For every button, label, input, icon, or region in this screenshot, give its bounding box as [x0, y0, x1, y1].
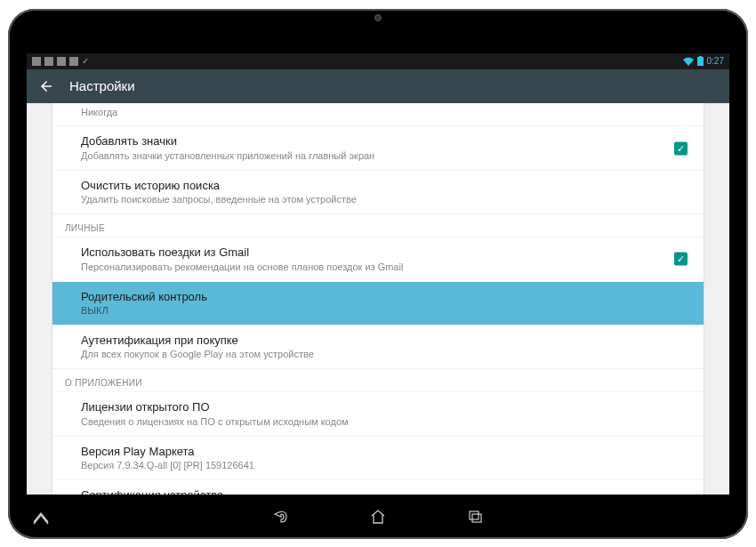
- nav-bar: [31, 505, 725, 528]
- settings-content: Автообновление приложений Никогда Добавл…: [27, 103, 729, 495]
- section-personal: ЛИЧНЫЕ: [52, 213, 704, 237]
- row-subtitle: Персонализировать рекомендации на основе…: [81, 261, 688, 274]
- checkbox-checked-icon[interactable]: ✓: [674, 141, 688, 155]
- screen: ✓ 0:27 Настройки Автообновление приложен…: [27, 53, 729, 495]
- row-add-icons[interactable]: Добавлять значки Добавлять значки устано…: [52, 125, 704, 169]
- nav-back-button[interactable]: [271, 508, 289, 526]
- svg-rect-2: [470, 511, 479, 519]
- check-icon: ✓: [82, 56, 89, 66]
- row-clear-history[interactable]: Очистить историю поиска Удалить поисковы…: [52, 170, 704, 213]
- status-icon: [69, 57, 78, 66]
- row-title: Лицензии открытого ПО: [81, 399, 688, 415]
- svg-rect-1: [699, 56, 702, 57]
- wifi-icon: [683, 57, 694, 66]
- row-auto-update[interactable]: Автообновление приложений Никогда: [52, 103, 704, 126]
- svg-rect-3: [472, 514, 481, 522]
- row-subtitle: ВЫКЛ: [81, 304, 688, 318]
- row-parental-control[interactable]: Родительский контроль ВЫКЛ: [52, 281, 704, 325]
- title-bar: Настройки: [27, 69, 729, 103]
- row-subtitle: Никогда: [81, 106, 688, 119]
- status-icon: [44, 57, 53, 66]
- row-gmail-trips[interactable]: Использовать поездки из Gmail Персонализ…: [52, 237, 704, 280]
- row-purchase-auth[interactable]: Аутентификация при покупке Для всех поку…: [52, 325, 704, 368]
- row-title: Очистить историю поиска: [81, 178, 688, 194]
- checkbox-checked-icon[interactable]: ✓: [674, 253, 688, 266]
- settings-panel: Автообновление приложений Никогда Добавл…: [52, 103, 704, 495]
- row-subtitle: Версия 7.9.34.Q-all [0] [PR] 159126641: [81, 459, 688, 472]
- arrow-back-icon: [38, 78, 54, 94]
- row-licenses[interactable]: Лицензии открытого ПО Сведения о лицензи…: [52, 391, 704, 435]
- row-title: Версия Play Маркета: [81, 444, 688, 460]
- status-right: 0:27: [683, 56, 724, 66]
- row-subtitle: Для всех покупок в Google Play на этом у…: [81, 348, 688, 361]
- row-title: Аутентификация при покупке: [81, 333, 688, 349]
- status-icon: [32, 57, 41, 66]
- row-title: Использовать поездки из Gmail: [81, 245, 688, 261]
- row-title: Добавлять значки: [81, 133, 688, 149]
- status-icon: [57, 57, 66, 66]
- row-title: Родительский контроль: [81, 289, 688, 305]
- status-time: 0:27: [707, 56, 724, 66]
- front-camera: [374, 14, 382, 21]
- status-bar: ✓ 0:27: [27, 53, 729, 69]
- row-subtitle: Сведения о лицензиях на ПО с открытым ис…: [81, 415, 688, 429]
- battery-icon: [697, 56, 704, 66]
- nav-home-button[interactable]: [369, 508, 387, 526]
- tablet-frame: ✓ 0:27 Настройки Автообновление приложен…: [8, 9, 748, 539]
- nav-recent-button[interactable]: [467, 508, 485, 526]
- svg-rect-0: [697, 57, 704, 66]
- section-about: О ПРИЛОЖЕНИИ: [52, 368, 704, 391]
- row-subtitle: Удалить поисковые запросы, введенные на …: [81, 193, 688, 206]
- row-certification[interactable]: Сертификация устройства: [52, 479, 704, 494]
- back-button[interactable]: [37, 77, 55, 95]
- status-left: ✓: [32, 56, 89, 66]
- row-title: Сертификация устройства: [81, 487, 688, 494]
- row-subtitle: Добавлять значки установленных приложени…: [81, 149, 688, 163]
- row-version[interactable]: Версия Play Маркета Версия 7.9.34.Q-all …: [52, 436, 704, 479]
- page-title: Настройки: [69, 78, 135, 93]
